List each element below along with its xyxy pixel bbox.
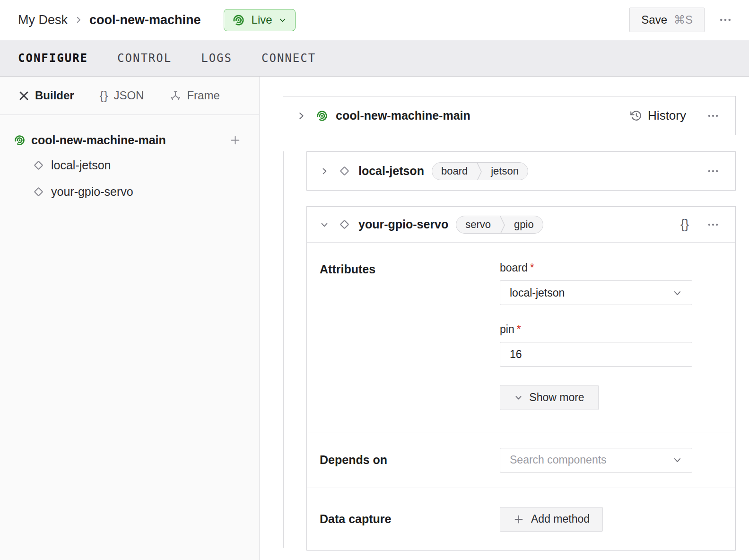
- component-diamond-icon: [32, 185, 45, 198]
- expand-chevron-right-icon[interactable]: [320, 166, 329, 176]
- machine-name-title: cool-new-machine: [89, 13, 201, 27]
- machine-main-card: cool-new-machine-main History: [283, 96, 736, 135]
- component-model-label: jetson: [482, 163, 528, 180]
- machine-part-tree: cool-new-machine-main local-jetson your: [0, 115, 259, 205]
- component-diamond-icon: [338, 218, 351, 231]
- component-type-label: board: [432, 163, 477, 180]
- depends-on-section: Depends on Search components: [307, 432, 735, 488]
- braces-icon: {}: [100, 89, 109, 103]
- viam-machine-page: My Desk cool-new-machine Live: [0, 0, 749, 560]
- frame-axes-icon: [169, 89, 182, 102]
- badge-divider-icon: [500, 216, 505, 233]
- live-status-dropdown[interactable]: Live: [224, 9, 296, 31]
- history-button[interactable]: History: [630, 108, 686, 123]
- board-select[interactable]: local-jetson: [500, 280, 692, 305]
- view-builder-label: Builder: [35, 89, 74, 102]
- config-sidebar: Builder {} JSON Frame: [0, 77, 260, 560]
- save-shortcut-hint: ⌘S: [674, 13, 693, 26]
- view-frame-label: Frame: [187, 89, 219, 102]
- chevron-down-icon: [672, 288, 682, 298]
- viam-logo-icon: [13, 134, 26, 147]
- expand-chevron-right-icon[interactable]: [296, 111, 306, 121]
- tree-machine-main-label: cool-new-machine-main: [31, 133, 166, 147]
- badge-divider-icon: [477, 163, 482, 180]
- depends-on-select[interactable]: Search components: [500, 448, 692, 472]
- show-more-button[interactable]: Show more: [500, 385, 599, 410]
- local-jetson-card: local-jetson board jetson: [306, 151, 736, 191]
- add-method-button[interactable]: Add method: [500, 507, 603, 532]
- view-frame[interactable]: Frame: [169, 89, 219, 102]
- tree-item-machine-main[interactable]: cool-new-machine-main: [13, 128, 241, 152]
- add-component-button[interactable]: [229, 134, 241, 146]
- your-gpio-servo-menu-button[interactable]: [705, 217, 721, 233]
- breadcrumb-separator-icon: [74, 16, 83, 24]
- local-jetson-menu-button[interactable]: [705, 163, 721, 179]
- chevron-down-icon: [672, 455, 682, 465]
- depends-on-placeholder: Search components: [510, 454, 607, 466]
- ellipsis-icon: [707, 219, 719, 231]
- tab-configure[interactable]: CONFIGURE: [18, 52, 88, 65]
- component-diamond-icon: [32, 159, 45, 172]
- local-jetson-card-header: local-jetson board jetson: [307, 152, 735, 190]
- tab-logs[interactable]: LOGS: [201, 52, 232, 65]
- history-clock-icon: [630, 109, 643, 122]
- viam-logo-icon: [232, 13, 245, 27]
- pin-field-label: pin*: [500, 323, 692, 336]
- component-type-badge: servo gpio: [456, 216, 543, 234]
- board-field-label: board*: [500, 262, 692, 274]
- top-bar: My Desk cool-new-machine Live: [0, 0, 749, 40]
- tab-connect[interactable]: CONNECT: [261, 52, 316, 65]
- configure-content: Builder {} JSON Frame: [0, 77, 749, 560]
- tree-your-gpio-servo-label: your-gpio-servo: [51, 185, 133, 199]
- your-gpio-servo-card-title: your-gpio-servo: [358, 218, 448, 231]
- local-jetson-card-title: local-jetson: [358, 164, 424, 178]
- machine-card-menu-button[interactable]: [705, 108, 721, 124]
- viam-logo-icon: [315, 109, 329, 122]
- component-model-label: gpio: [505, 216, 543, 233]
- machine-main-card-title: cool-new-machine-main: [336, 109, 470, 122]
- history-button-label: History: [648, 108, 686, 123]
- board-select-value: local-jetson: [510, 287, 565, 299]
- tree-indent-line: [283, 151, 284, 548]
- config-view-switcher: Builder {} JSON Frame: [0, 77, 259, 115]
- config-main-panel: cool-new-machine-main History: [260, 77, 749, 560]
- show-more-label: Show more: [529, 391, 584, 404]
- component-type-badge: board jetson: [432, 162, 528, 180]
- machine-overflow-menu-button[interactable]: [717, 11, 734, 28]
- save-button[interactable]: Save ⌘S: [629, 8, 705, 32]
- machine-main-card-header: cool-new-machine-main History: [283, 96, 735, 135]
- chevron-down-icon: [279, 16, 287, 24]
- ellipsis-icon: [719, 13, 732, 26]
- data-capture-heading: Data capture: [320, 512, 500, 526]
- ellipsis-icon: [707, 110, 719, 122]
- collapse-chevron-down-icon[interactable]: [320, 220, 329, 229]
- attributes-heading: Attributes: [320, 262, 500, 410]
- data-capture-section: Data capture Add method: [307, 488, 735, 550]
- chevron-down-icon: [514, 393, 523, 402]
- breadcrumb-parent-link[interactable]: My Desk: [18, 13, 68, 27]
- live-status-label: Live: [252, 13, 272, 26]
- pin-input[interactable]: [500, 342, 692, 367]
- page-tab-bar: CONFIGURE CONTROL LOGS CONNECT: [0, 40, 749, 77]
- component-type-label: servo: [456, 216, 500, 233]
- your-gpio-servo-card-header: your-gpio-servo servo gpio {}: [307, 207, 735, 243]
- depends-on-heading: Depends on: [320, 453, 500, 467]
- component-diamond-icon: [338, 165, 351, 177]
- plus-icon: [513, 514, 524, 525]
- view-builder[interactable]: Builder: [18, 89, 74, 102]
- your-gpio-servo-card: your-gpio-servo servo gpio {}: [306, 206, 736, 551]
- view-json[interactable]: {} JSON: [100, 89, 144, 103]
- tree-item-local-jetson[interactable]: local-jetson: [13, 152, 241, 178]
- edit-json-button[interactable]: {}: [680, 217, 689, 232]
- attributes-fields: board* local-jetson pin*: [500, 262, 692, 410]
- tree-local-jetson-label: local-jetson: [51, 158, 111, 172]
- required-asterisk: *: [530, 262, 534, 274]
- required-asterisk: *: [517, 323, 521, 335]
- top-bar-actions: Save ⌘S: [629, 8, 734, 32]
- tab-control[interactable]: CONTROL: [117, 52, 172, 65]
- tree-item-your-gpio-servo[interactable]: your-gpio-servo: [13, 178, 241, 205]
- tools-icon: [18, 90, 30, 102]
- attributes-section: Attributes board* local-jetson: [307, 243, 735, 432]
- breadcrumb: My Desk cool-new-machine Live: [18, 9, 296, 31]
- save-button-label: Save: [641, 13, 667, 26]
